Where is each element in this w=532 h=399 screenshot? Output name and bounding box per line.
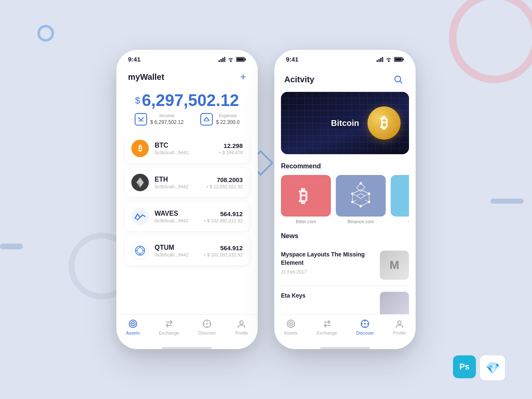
nav-exchange-2[interactable]: Exchange — [317, 319, 337, 335]
bg-decoration-bar-right — [490, 199, 524, 204]
svg-point-49 — [368, 192, 370, 195]
svg-rect-31 — [380, 58, 382, 62]
banner-text: Bitcoin — [331, 118, 359, 128]
coin-item-eth[interactable]: ETH 0x3b5ca0...9442 708.2003 ≈ $ 12,092,… — [125, 168, 249, 197]
svg-line-38 — [400, 81, 402, 83]
svg-text:₿: ₿ — [299, 186, 308, 206]
eth-usd: ≈ $ 12,092,021.92 — [206, 184, 243, 189]
phones-container: 9:41 — [116, 50, 416, 349]
coin-item-waves[interactable]: WAVES 0x3b5ca0...9442 564.912 ≈ $ 102,09… — [125, 202, 249, 231]
eth-value: 708.2003 ≈ $ 12,092,021.92 — [206, 176, 243, 189]
btc-info: BTC 0x3b5ca0...9442 — [155, 142, 219, 155]
profile-icon-2 — [394, 319, 404, 329]
nav-exchange-label-2: Exchange — [317, 330, 337, 335]
discover-icon-2 — [360, 319, 370, 329]
nav-profile-2[interactable]: Profile — [393, 319, 406, 335]
wallet-content: myWallet + $6,297,502.12 — [116, 65, 258, 314]
featured-banner[interactable]: ₿ Bitcoin — [281, 92, 409, 154]
currency-symbol: $ — [135, 95, 140, 106]
svg-marker-42 — [357, 194, 365, 199]
recommend-row: ₿ Bitter.com — [281, 175, 409, 224]
bg-decoration-arc — [449, 0, 532, 83]
eth-amount: 708.2003 — [206, 176, 243, 183]
news-item-2[interactable]: Eta Keys — [281, 286, 409, 314]
wifi-icon-2 — [385, 57, 392, 62]
status-icons — [219, 57, 246, 62]
search-button[interactable] — [391, 72, 406, 87]
qtum-icon — [131, 242, 149, 259]
wallet-title: myWallet — [128, 72, 164, 82]
signal-icon-2 — [377, 57, 383, 62]
nav-assets-2[interactable]: Assets — [284, 319, 298, 335]
recommend-card-bitter[interactable]: ₿ Bitter.com — [281, 175, 331, 224]
battery-icon — [236, 57, 246, 62]
balance-amount: 6,297,502.12 — [142, 91, 239, 109]
balance-display: $6,297,502.12 — [116, 91, 258, 110]
svg-rect-1 — [221, 59, 222, 62]
nav-assets-label: Assets — [126, 330, 140, 335]
wallet-header: myWallet + — [116, 65, 258, 87]
status-bar-activity: 9:41 — [274, 50, 416, 65]
income-value: $ 6,297,502.12 — [150, 119, 184, 125]
svg-point-55 — [290, 323, 292, 325]
recommend-title: Recommend — [281, 163, 409, 170]
nav-assets-label-2: Assets — [284, 330, 298, 335]
svg-rect-32 — [382, 57, 384, 62]
news-title-1: Myspace Layouts The Missing Element — [281, 251, 375, 267]
eth-info: ETH 0x3b5ca0...9442 — [155, 176, 206, 189]
news-text-2: Eta Keys — [281, 292, 375, 300]
income-arrow-icon — [138, 117, 144, 122]
nav-profile-label: Profile — [235, 330, 248, 335]
coin-item-btc[interactable]: ₿ BTC 0x3b5ca0...9442 12.298 ≈ $ 184,470 — [125, 134, 249, 163]
coin-item-qtum[interactable]: QTUM 0x3b5ca0...9442 564.912 ≈ $ 102,092… — [125, 236, 249, 265]
qtum-addr: 0x3b5ca0...9442 — [155, 252, 203, 257]
add-button[interactable]: + — [240, 72, 246, 82]
home-indicator — [162, 347, 212, 349]
news-title-2: Eta Keys — [281, 292, 375, 300]
nav-discover-2[interactable]: Discover — [356, 319, 374, 335]
nav-exchange-label: Exchange — [159, 330, 179, 335]
news-thumb-1: M — [380, 251, 409, 280]
bg-decoration-bar-left — [0, 244, 23, 249]
income-icon — [135, 113, 147, 126]
eth-icon — [131, 174, 149, 191]
waves-addr: 0x3b5ca0...9442 — [155, 218, 203, 223]
news-thumb-2 — [380, 292, 409, 314]
binance-img — [336, 175, 386, 217]
news-date-1: 11 Feb 2017 — [281, 269, 375, 274]
svg-point-48 — [351, 192, 354, 195]
income-expense: Income $ 6,297,502.12 Expense — [116, 113, 258, 126]
expense-label: Expense — [216, 113, 240, 118]
recommend-card-binance[interactable]: Binance.com — [336, 175, 386, 224]
svg-point-50 — [351, 201, 354, 203]
svg-rect-0 — [219, 60, 220, 62]
qtum-info: QTUM 0x3b5ca0...9442 — [155, 244, 203, 257]
bg-decoration-circle — [37, 25, 54, 42]
coin-list: ₿ BTC 0x3b5ca0...9442 12.298 ≈ $ 184,470 — [116, 134, 258, 314]
profile-icon — [236, 319, 246, 329]
assets-icon — [128, 319, 138, 329]
nav-discover[interactable]: Discover — [198, 319, 216, 335]
svg-point-14 — [137, 248, 143, 254]
activity-status-icons — [377, 57, 404, 62]
svg-point-21 — [132, 323, 134, 325]
recommend-card-poloniex[interactable]: Polone — [391, 175, 409, 224]
btc-value: 12.298 ≈ $ 184,470 — [219, 142, 243, 155]
svg-rect-2 — [222, 58, 224, 62]
svg-point-23 — [206, 323, 208, 325]
nav-assets[interactable]: Assets — [126, 319, 140, 335]
income-item: Income $ 6,297,502.12 — [135, 113, 184, 126]
expense-arrow-icon — [203, 117, 210, 122]
svg-point-47 — [360, 182, 362, 185]
svg-point-62 — [398, 321, 401, 324]
svg-point-28 — [240, 321, 243, 324]
btc-amount: 12.298 — [219, 142, 243, 149]
bitter-img: ₿ — [281, 175, 331, 217]
btc-name: BTC — [155, 142, 219, 149]
battery-icon-2 — [394, 57, 404, 62]
assets-icon-2 — [286, 319, 296, 329]
nav-exchange[interactable]: Exchange — [159, 319, 179, 335]
news-item-1[interactable]: Myspace Layouts The Missing Element 11 F… — [281, 245, 409, 286]
btc-addr: 0x3b5ca0...9442 — [155, 150, 219, 155]
nav-profile[interactable]: Profile — [235, 319, 248, 335]
